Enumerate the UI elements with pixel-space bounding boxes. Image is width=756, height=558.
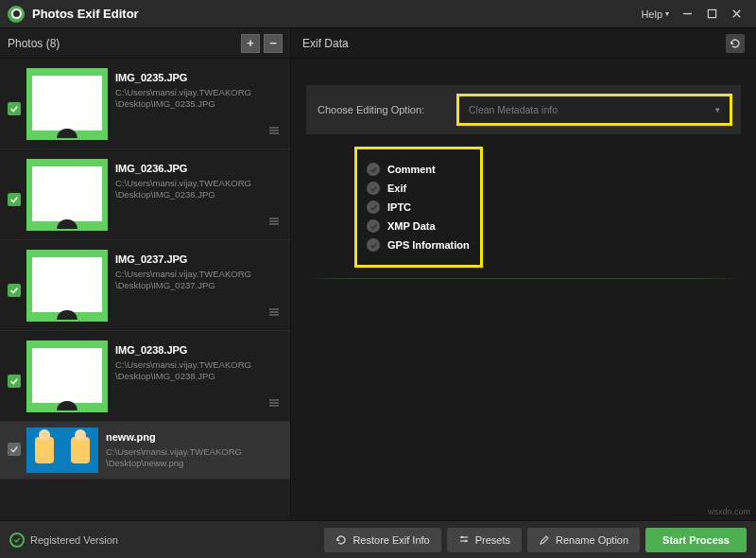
thumbnail [26,68,108,140]
check-icon [367,182,380,195]
watermark: wsxdn.com [708,507,750,516]
item-checkbox[interactable] [8,284,21,297]
svg-point-17 [460,535,463,538]
item-checkbox[interactable] [8,102,21,115]
item-checkbox[interactable] [8,443,21,456]
list-item[interactable]: neww.png C:\Users\mansi.vijay.TWEAKORG \… [0,422,290,480]
choose-option-label: Choose Editing Option: [318,104,459,115]
check-icon [367,238,380,252]
check-icon [367,201,380,214]
separator [306,278,741,279]
list-item[interactable]: IMG_0235.JPG C:\Users\mansi.vijay.TWEAKO… [0,59,290,149]
file-path: C:\Users\mansi.vijay.TWEAKORG [115,87,283,98]
file-path: \Desktop\neww.png [106,458,283,469]
file-path: C:\Users\mansi.vijay.TWEAKORG [115,359,283,371]
item-checkbox[interactable] [8,193,21,206]
option-iptc[interactable]: IPTC [367,201,471,214]
file-path: \Desktop\IMG_0237.JPG [115,280,283,291]
item-menu-icon[interactable] [267,125,281,139]
thumbnail [26,340,108,412]
file-name: IMG_0235.JPG [115,72,283,83]
editing-option-row: Choose Editing Option: Clean Metadata in… [306,85,741,134]
thumbnail [26,159,108,231]
restore-exif-button[interactable]: Restore Exif Info [324,528,440,552]
list-item[interactable]: IMG_0237.JPG C:\Users\mansi.vijay.TWEAKO… [0,240,290,331]
photos-heading: Photos (8) [8,37,237,50]
editing-option-dropdown[interactable]: Clean Metadata info [459,96,730,123]
titlebar: Photos Exif Editor Help [0,0,756,28]
minimize-button[interactable] [675,2,699,26]
option-xmp[interactable]: XMP Data [367,219,471,233]
exif-heading: Exif Data [302,37,726,50]
file-path: C:\Users\mansi.vijay.TWEAKORG [115,178,283,189]
file-name: IMG_0237.JPG [115,253,283,265]
option-comment[interactable]: Comment [367,163,471,176]
thumbnail [26,250,108,322]
item-checkbox[interactable] [8,375,21,388]
file-path: \Desktop\IMG_0238.JPG [115,371,283,382]
exif-panel: Exif Data Choose Editing Option: Clean M… [291,28,756,520]
item-menu-icon[interactable] [267,397,281,411]
option-exif[interactable]: Exif [367,182,471,195]
file-name: IMG_0238.JPG [115,344,283,356]
list-item[interactable]: IMG_0236.JPG C:\Users\mansi.vijay.TWEAKO… [0,149,290,240]
rename-option-button[interactable]: Rename Option [527,528,640,552]
item-menu-icon[interactable] [267,216,281,230]
metadata-options: Comment Exif IPTC XMP Data GPS Informati… [357,149,480,265]
check-icon [367,163,380,176]
registered-status: Registered Version [9,532,318,548]
file-name: neww.png [106,431,283,443]
file-path: C:\Users\mansi.vijay.TWEAKORG [115,269,283,280]
help-menu[interactable]: Help [641,9,669,20]
check-circle-icon [9,532,25,548]
check-icon [367,219,380,233]
thumbnail [26,427,98,473]
maximize-button[interactable] [699,2,724,26]
start-process-button[interactable]: Start Process [645,528,747,552]
presets-button[interactable]: Presets [447,528,522,552]
svg-point-19 [464,539,467,542]
file-path: \Desktop\IMG_0235.JPG [115,98,283,110]
svg-rect-1 [708,9,715,17]
remove-photo-button[interactable]: − [264,34,283,53]
refresh-button[interactable] [726,34,745,53]
photo-list-panel: Photos (8) + − IMG_0235.JPG C:\Users\man… [0,28,291,520]
list-item[interactable]: IMG_0238.JPG C:\Users\mansi.vijay.TWEAKO… [0,331,290,422]
file-path: \Desktop\IMG_0236.JPG [115,189,283,201]
add-photo-button[interactable]: + [241,34,260,53]
app-title: Photos Exif Editor [32,7,641,21]
close-button[interactable] [724,2,748,26]
app-logo-icon [8,6,25,23]
bottom-bar: Registered Version Restore Exif Info Pre… [0,520,756,558]
file-path: C:\Users\mansi.vijay.TWEAKORG [106,446,283,458]
item-menu-icon[interactable] [267,306,281,321]
option-gps[interactable]: GPS Information [367,238,471,252]
file-name: IMG_0236.JPG [115,163,283,174]
